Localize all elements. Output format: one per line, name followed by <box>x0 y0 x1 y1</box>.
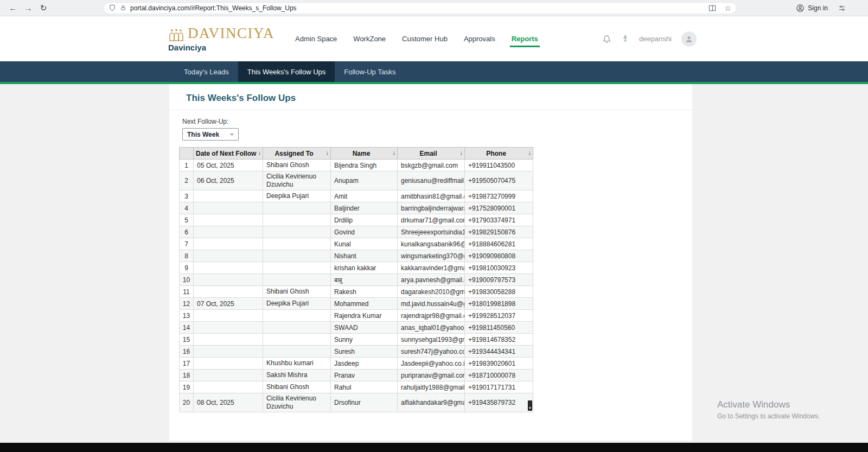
date-cell: 06 Oct, 2025 <box>194 171 263 190</box>
sort-icon[interactable]: ↓ <box>460 149 463 156</box>
sort-icon[interactable]: ↓ <box>326 149 329 156</box>
nav-workzone[interactable]: WorkZone <box>353 29 386 48</box>
back-icon[interactable]: ← <box>5 4 21 12</box>
sort-icon[interactable]: ↓ <box>393 149 396 156</box>
phone-cell: +919435879732 <box>465 393 533 412</box>
table-row[interactable]: 14 SWAAD anas_iqbal01@yahoo.co +91981145… <box>180 322 533 334</box>
date-cell <box>194 358 263 370</box>
name-cell: Anupam <box>331 171 398 190</box>
table-row[interactable]: 10 बाबु arya.pavnesh@gmail.co +919009797… <box>180 274 533 286</box>
avatar[interactable] <box>681 31 697 47</box>
tab-todays-leads[interactable]: Today's Leads <box>175 61 238 82</box>
nav-reports[interactable]: Reports <box>512 29 538 48</box>
follow-up-filter-select[interactable]: This Week <box>182 128 239 141</box>
email-cell: Shreejeeexportsindia10 <box>398 226 465 238</box>
site-header: DAVINCIYA Davinciya Admin Space WorkZone… <box>0 16 868 61</box>
date-cell <box>194 370 263 381</box>
table-row[interactable]: 7 Kunal kunalkangsabanik96@g +9188846062… <box>180 238 533 250</box>
email-cell: bskgzb@gmail.com <box>398 160 465 171</box>
name-cell: Drdilip <box>331 214 398 226</box>
table-row[interactable]: 2 06 Oct, 2025 Cicilia Kevirienuo Dzuvic… <box>180 171 533 190</box>
assigned-to-cell: Shibani Ghosh <box>263 381 331 393</box>
table-row[interactable]: 13 Rajendra Kumar rajendrajpr98@gmail.co… <box>180 310 533 322</box>
phone-cell: +919928512037 <box>465 310 533 322</box>
nav-approvals[interactable]: Approvals <box>464 29 495 48</box>
table-row[interactable]: 6 Govind Shreejeeexportsindia10 +9198291… <box>180 226 533 238</box>
date-cell <box>194 226 263 238</box>
name-cell: Mohammed <box>331 298 398 310</box>
phone-cell: +919344434341 <box>465 346 533 358</box>
accessibility-icon[interactable] <box>621 34 629 43</box>
split-screen-icon[interactable] <box>708 4 717 12</box>
table-row[interactable]: 3 Deepika Pujari Amit amitbhasin81@gmail… <box>180 190 533 202</box>
date-cell <box>194 202 263 214</box>
name-cell: Nishant <box>331 250 398 262</box>
nav-customer-hub[interactable]: Customer Hub <box>402 29 448 48</box>
email-cell: sunnysehgal1993@gma <box>398 334 465 346</box>
table-container: Date of Next Follow↓ Assigned To↓ Name↓ … <box>179 147 533 412</box>
sort-icon[interactable]: ↓ <box>258 149 261 156</box>
col-assigned-to[interactable]: Assigned To↓ <box>263 148 331 160</box>
sign-in-button[interactable]: Sign in <box>796 4 828 12</box>
row-number-cell: 17 <box>180 358 194 370</box>
nav-admin-space[interactable]: Admin Space <box>295 29 337 48</box>
table-row[interactable]: 16 Suresh suresh747j@yahoo.co.i +9193444… <box>180 346 533 358</box>
date-cell <box>194 322 263 334</box>
col-row-number <box>180 148 194 160</box>
table-row[interactable]: 11 Shibani Ghosh Rakesh dagarakesh2010@g… <box>180 286 533 298</box>
table-row[interactable]: 4 Baljinder barringbaljinderrajwara +917… <box>180 202 533 214</box>
table-row[interactable]: 1 05 Oct, 2025 Shibani Ghosh Bijendra Si… <box>180 160 533 171</box>
reload-icon[interactable]: ↻ <box>36 4 51 12</box>
header-right: deepanshi <box>602 31 697 47</box>
date-cell <box>194 381 263 393</box>
name-cell: Rahul <box>331 381 398 393</box>
table-row[interactable]: 12 07 Oct, 2025 Deepika Pujari Mohammed … <box>180 298 533 310</box>
brand[interactable]: DAVINCIYA Davinciya <box>168 26 275 52</box>
name-cell: Drsofinur <box>331 393 398 412</box>
sort-icon[interactable]: ↓ <box>528 149 532 156</box>
email-cell: suresh747j@yahoo.co.i <box>398 346 465 358</box>
table-row[interactable]: 15 Sunny sunnysehgal1993@gma +9198146783… <box>180 334 533 346</box>
browser-essentials-icon[interactable] <box>838 4 846 12</box>
phone-cell: +919814678352 <box>465 334 533 346</box>
row-number-cell: 5 <box>180 214 194 226</box>
assigned-to-cell <box>263 214 331 226</box>
table-scrollbar-thumb[interactable]: ▾ <box>528 400 532 411</box>
favorite-star-icon[interactable]: ☆ <box>724 4 731 12</box>
col-date-of-next-follow-up[interactable]: Date of Next Follow↓ <box>194 148 263 160</box>
row-number-cell: 4 <box>180 202 194 214</box>
phone-cell: +918884606281 <box>465 238 533 250</box>
date-cell <box>194 238 263 250</box>
brand-name: Davinciya <box>168 43 275 53</box>
assigned-to-cell: Shibani Ghosh <box>263 286 331 298</box>
table-row[interactable]: 18 Sakshi Mishra Pranav puripranav@gmail… <box>180 370 533 381</box>
phone-cell: +919839020601 <box>465 358 533 370</box>
name-cell: बाबु <box>331 274 398 286</box>
assigned-to-cell: Cicilia Kevirienuo Dzuvichu <box>263 171 331 190</box>
col-email[interactable]: Email↓ <box>398 148 465 160</box>
table-header-row: Date of Next Follow↓ Assigned To↓ Name↓ … <box>180 148 533 160</box>
table-row[interactable]: 17 Khushbu kumari Jasdeep Jasdeepii@yaho… <box>180 358 533 370</box>
forward-icon[interactable]: → <box>21 4 36 12</box>
phone-cell: +919810030923 <box>465 262 533 274</box>
row-number-cell: 15 <box>180 334 194 346</box>
email-cell: geniusanu@rediffmail.c <box>398 171 465 190</box>
table-row[interactable]: 9 krishan kakkar kakkarravinder1@gmai +9… <box>180 262 533 274</box>
table-row[interactable]: 19 Shibani Ghosh Rahul rahuljaitly1988@g… <box>180 381 533 393</box>
address-bar[interactable]: portal.davinciya.com/#Report:This_Weeks_… <box>103 2 737 14</box>
name-cell: Baljinder <box>331 202 398 214</box>
name-cell: Bijendra Singh <box>331 160 398 171</box>
bell-icon[interactable] <box>602 34 611 43</box>
row-number-cell: 16 <box>180 346 194 358</box>
table-row[interactable]: 20 08 Oct, 2025 Cicilia Kevirienuo Dzuvi… <box>180 393 533 412</box>
table-row[interactable]: 8 Nishant wingsmarketing370@g +919090980… <box>180 250 533 262</box>
tab-follow-up-tasks[interactable]: Follow-Up Tasks <box>335 61 405 82</box>
table-row[interactable]: 5 Drdilip drkumar71@gmail.com +917903374… <box>180 214 533 226</box>
row-number-cell: 3 <box>180 190 194 202</box>
phone-cell: +919829150876 <box>465 226 533 238</box>
email-cell: Jasdeepii@yahoo.co.in <box>398 358 465 370</box>
col-phone[interactable]: Phone↓ <box>465 148 533 160</box>
table-body: 1 05 Oct, 2025 Shibani Ghosh Bijendra Si… <box>180 160 533 412</box>
tab-this-weeks-follow-ups[interactable]: This Weeks's Follow Ups <box>238 61 335 82</box>
col-name[interactable]: Name↓ <box>331 148 398 160</box>
